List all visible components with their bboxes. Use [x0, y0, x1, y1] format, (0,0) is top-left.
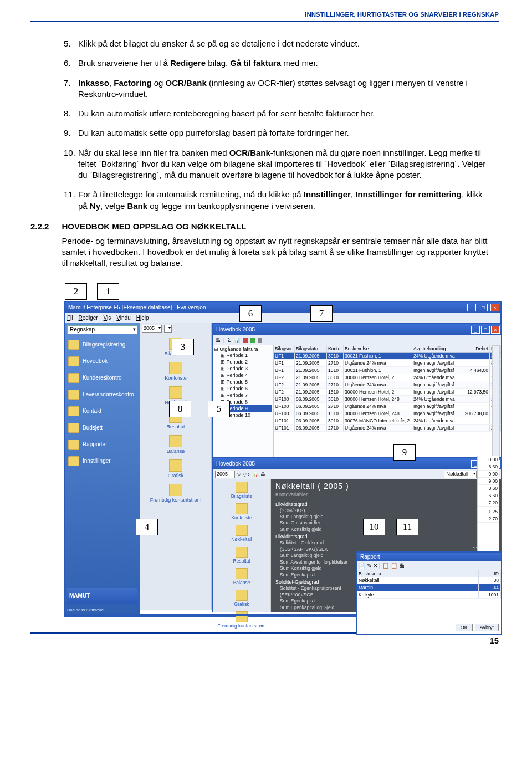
page-number: 15 — [30, 636, 499, 645]
grid-row[interactable]: UF10106.09.20052710Utgående 24% mvaIngen… — [274, 425, 501, 432]
menu-bar[interactable]: FilRedigerVisVinduHjelp — [65, 313, 500, 323]
grid-row[interactable]: UF10006.09.20052710Utgående 24% mvaIngen… — [274, 403, 501, 410]
tree-item[interactable]: ⊞ Periode 6 — [214, 385, 272, 392]
list-item: 10.Når du skal lese inn filer fra banken… — [64, 147, 499, 181]
callout-7: 7 — [310, 305, 332, 322]
tree-item[interactable]: ⊞ Periode 3 — [214, 365, 272, 372]
hovedbok-window: Hovedbok 2005 _□× 🖶|Σ📊 ⊟ Utgående faktur… — [212, 323, 502, 467]
cancel-button[interactable]: Avbryt — [475, 624, 499, 631]
kpi-line: Sum Kortsiktig gjeld — [275, 527, 497, 533]
nav-item[interactable]: Kundereskontro — [65, 370, 140, 386]
nav-item[interactable]: Hovedbok — [65, 353, 140, 370]
kpi-selector[interactable]: Nøkkeltall — [444, 471, 477, 478]
value-cell: 7,20 — [478, 499, 499, 507]
menu-item[interactable]: Fil — [67, 315, 73, 321]
year-combo[interactable]: 2005 — [142, 325, 162, 333]
tree-item[interactable]: ⊞ Periode 4 — [214, 372, 272, 379]
menu-item[interactable]: Hjelp — [136, 315, 149, 321]
col-header[interactable]: Konto — [327, 345, 344, 352]
sub1-close[interactable]: × — [491, 326, 500, 334]
sub2-nav-item[interactable]: Grafisk — [213, 590, 270, 607]
sub1-titlebar[interactable]: Hovedbok 2005 _□× — [213, 324, 501, 335]
value-cell: 1,25 — [478, 508, 499, 515]
sub2-toolbar[interactable]: 2005 ▽ ▽ Σ📊 🖶 Nøkkeltall Total — [213, 469, 501, 479]
minimize-button[interactable]: _ — [467, 304, 476, 311]
center-item[interactable]: Balanse — [143, 435, 208, 454]
maximize-button[interactable]: □ — [479, 304, 488, 311]
sub3-h2: ID — [479, 570, 501, 577]
menu-item[interactable]: Rediger — [79, 315, 98, 321]
grid-row[interactable]: UF10106.09.2005301030076 MANGO Internett… — [274, 417, 501, 425]
grid-row[interactable]: UF221.09.20052710Utgående 24% mvaIngen a… — [274, 381, 501, 389]
sub3-titlebar[interactable]: Rapport × — [357, 553, 501, 561]
menu-item[interactable]: Vis — [104, 315, 111, 321]
kpi-line: (SOM/SKG) — [275, 508, 497, 514]
sub2-nav-item[interactable]: Resultat — [213, 547, 270, 564]
sub2-nav-item[interactable]: Kontoliste — [213, 503, 270, 520]
scrollbar[interactable] — [492, 345, 500, 466]
grid-row[interactable]: UF121.09.20052710Utgående 24% mvaIngen a… — [274, 360, 501, 367]
module-combo[interactable]: Regnskap — [67, 325, 137, 334]
nav-item[interactable]: Kontakt — [65, 403, 140, 420]
grid-row[interactable]: UF221.09.2005301030000 Hemsen Hotel, 224… — [274, 374, 501, 381]
year-spin[interactable] — [164, 325, 172, 333]
value-cell: 6,60 — [478, 492, 499, 499]
callout-11: 11 — [396, 519, 418, 535]
report-row[interactable]: Margin44 — [357, 584, 501, 591]
close-button[interactable]: × — [490, 304, 499, 311]
callout-4: 4 — [136, 519, 158, 535]
col-header[interactable]: Bilagsdato — [295, 345, 327, 352]
nav-item[interactable]: Rapporter — [65, 436, 140, 453]
sub3-toolbar[interactable]: 📄✎✕|📋📋🖶 — [357, 561, 501, 570]
callout-9: 9 — [393, 444, 416, 461]
nav-item[interactable]: Leverandørreskontro — [65, 386, 140, 403]
grid-row[interactable]: UF10006.09.2005151030000 Hemsen Hotel, 2… — [274, 410, 501, 417]
main-titlebar[interactable]: Mamut Enterprise E5 [Eksempeldatabase] -… — [65, 302, 500, 313]
sub2-sidenav[interactable]: BilagslisteKontolisteNøkkeltallResultatB… — [213, 479, 271, 612]
sub1-min[interactable]: _ — [471, 326, 480, 334]
grid-row[interactable]: UF121.09.2005301030021 Fushion, 124% Utg… — [274, 353, 501, 360]
col-header[interactable]: Bilagsnr. — [274, 345, 295, 352]
sub2-nav-item[interactable]: Bilagsliste — [213, 482, 270, 499]
kpi-heading: Nøkkeltall ( 2005 ) — [275, 482, 497, 491]
col-header[interactable]: Avg.behandling — [412, 345, 463, 352]
center-item[interactable]: Grafisk — [143, 459, 208, 478]
tree-root-label: Utgående faktura — [220, 346, 258, 352]
callout-6: 6 — [239, 305, 262, 322]
nav-item[interactable]: Innstillinger — [65, 453, 140, 469]
tree-item[interactable]: ⊞ Periode 5 — [214, 379, 272, 385]
nav-item[interactable]: Bilagsregistrering — [65, 336, 140, 353]
grid-row[interactable]: UF221.09.2005151030000 Hemsen Hotel, 2In… — [274, 389, 501, 396]
center-item[interactable]: Fremtidig kontantstrøm — [143, 484, 208, 503]
sub1-max[interactable]: □ — [481, 326, 490, 334]
tree-item[interactable]: ⊞ Periode 2 — [214, 359, 272, 365]
center-item[interactable]: Kontoliste — [143, 362, 208, 381]
menu-item[interactable]: Vindu — [116, 315, 130, 321]
header-rule — [30, 21, 499, 22]
nav-item[interactable]: Budsjett — [65, 420, 140, 436]
center-col: 2005 BilagslisteKontolisteNøkkeltallResu… — [140, 323, 212, 610]
tree-item[interactable]: ⊞ Periode 7 — [214, 392, 272, 399]
entries-grid[interactable]: Bilagsnr.BilagsdatoKontoBeskrivelseAvg.b… — [274, 345, 501, 467]
list-item: 6.Bruk snarveiene her til å Redigere bil… — [64, 58, 499, 69]
col-header[interactable]: Debet — [463, 345, 490, 352]
report-row[interactable]: Nøkkeltall38 — [357, 577, 501, 584]
col-header[interactable]: Beskrivelse — [344, 345, 412, 352]
sub2-nav-item[interactable]: Balanse — [213, 568, 270, 585]
tree-item[interactable]: ⊞ Periode 1 — [214, 352, 272, 359]
sub2-nav-item[interactable]: Nøkkeltall — [213, 525, 270, 542]
grid-row[interactable]: UF121.09.2005151030021 Fushion, 1Ingen a… — [274, 367, 501, 374]
sub1-toolbar[interactable]: 🖶|Σ📊 — [213, 335, 501, 345]
sub3-h1: Beskrivelse — [357, 570, 479, 577]
ok-button[interactable]: OK — [456, 624, 473, 631]
section-2-2-2: 2.2.2 HOVEDBOK MED OPPSLAG OG NØKKELTALL… — [30, 222, 499, 269]
kpi-line: Sum Omløpsmidler — [275, 520, 497, 526]
rapport-window: Rapport × 📄✎✕|📋📋🖶 BeskrivelseID Nøkkelta… — [356, 551, 502, 635]
sub2-titlebar[interactable]: Hovedbok 2005 _□× — [213, 458, 501, 469]
kpi-sub: Kontovariabler — [275, 492, 497, 497]
grid-row[interactable]: UF10006.09.2005301030000 Hemsen Hotel, 2… — [274, 396, 501, 403]
report-row[interactable]: Kalkyle1001 — [357, 591, 501, 599]
value-cell: 3,60 — [478, 485, 499, 492]
sub2-year[interactable]: 2005 — [215, 471, 235, 478]
sub3-title: Rapport — [360, 554, 380, 560]
